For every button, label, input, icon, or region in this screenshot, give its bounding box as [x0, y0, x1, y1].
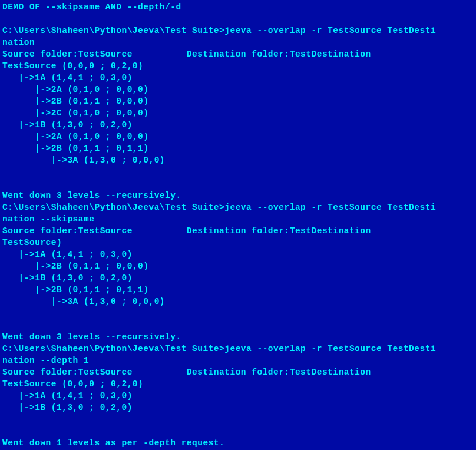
- terminal-line: DEMO OF --skipsame AND --depth/-d: [2, 1, 474, 13]
- terminal-line: Went down 3 levels --recursively.: [2, 190, 474, 201]
- terminal-output: DEMO OF --skipsame AND --depth/-d C:\Use…: [2, 1, 474, 449]
- terminal-line: |->3A (1,3,0 ; 0,0,0): [2, 154, 474, 166]
- terminal-line: C:\Users\Shaheen\Python\Jeeva\Test Suite…: [2, 25, 474, 37]
- terminal-line: |->3A (1,3,0 ; 0,0,0): [2, 296, 474, 307]
- terminal-line: [2, 425, 474, 437]
- terminal-line: TestSource): [2, 237, 474, 249]
- terminal-line: |->1B (1,3,0 ; 0,2,0): [2, 402, 474, 413]
- terminal-line: |->1A (1,4,1 ; 0,3,0): [2, 72, 474, 84]
- terminal-line: nation --skipsame: [2, 213, 474, 225]
- terminal-line: C:\Users\Shaheen\Python\Jeeva\Test Suite…: [2, 343, 474, 355]
- terminal-line: |->1A (1,4,1 ; 0,3,0): [2, 390, 474, 402]
- terminal-line: |->2A (0,1,0 ; 0,0,0): [2, 84, 474, 95]
- terminal-line: [2, 178, 474, 190]
- terminal-line: [2, 319, 474, 331]
- terminal-line: TestSource (0,0,0 ; 0,2,0): [2, 378, 474, 390]
- terminal-line: |->2B (0,1,1 ; 0,1,1): [2, 143, 474, 154]
- terminal-line: Went down 1 levels as per -depth request…: [2, 437, 474, 449]
- terminal-line: |->1A (1,4,1 ; 0,3,0): [2, 249, 474, 260]
- terminal-line: |->1B (1,3,0 ; 0,2,0): [2, 272, 474, 284]
- terminal-line: |->2B (0,1,1 ; 0,0,0): [2, 95, 474, 107]
- terminal-line: TestSource (0,0,0 ; 0,2,0): [2, 60, 474, 72]
- terminal-line: Source folder:TestSource Destination fol…: [2, 366, 474, 378]
- terminal-line: [2, 166, 474, 178]
- terminal-line: nation --depth 1: [2, 355, 474, 366]
- terminal-line: [2, 413, 474, 425]
- terminal-line: nation: [2, 37, 474, 48]
- terminal-line: Went down 3 levels --recursively.: [2, 331, 474, 343]
- terminal-line: Source folder:TestSource Destination fol…: [2, 48, 474, 60]
- terminal-line: |->2C (0,1,0 ; 0,0,0): [2, 107, 474, 119]
- terminal-line: C:\Users\Shaheen\Python\Jeeva\Test Suite…: [2, 201, 474, 213]
- terminal-line: |->2B (0,1,1 ; 0,1,1): [2, 284, 474, 296]
- terminal-line: |->2A (0,1,0 ; 0,0,0): [2, 131, 474, 143]
- terminal-line: [2, 307, 474, 319]
- terminal-line: [2, 13, 474, 25]
- terminal-line: Source folder:TestSource Destination fol…: [2, 225, 474, 237]
- terminal-line: |->1B (1,3,0 ; 0,2,0): [2, 119, 474, 131]
- terminal-line: |->2B (0,1,1 ; 0,0,0): [2, 260, 474, 272]
